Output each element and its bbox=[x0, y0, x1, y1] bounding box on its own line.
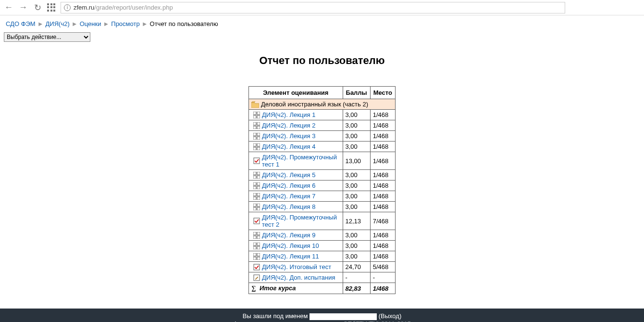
breadcrumb-link[interactable]: Просмотр bbox=[111, 20, 139, 27]
svg-rect-10 bbox=[253, 137, 256, 140]
svg-rect-12 bbox=[253, 143, 256, 146]
lesson-icon bbox=[253, 243, 260, 249]
grade-item-link[interactable]: ДИЯ(ч2). Итоговый тест bbox=[262, 263, 331, 270]
logout-wrap: (Выход) bbox=[379, 312, 402, 320]
score-cell: 13,00 bbox=[343, 152, 370, 170]
grade-item-link[interactable]: ДИЯ(ч2). Лекция 11 bbox=[262, 253, 319, 260]
table-row: ДИЯ(ч2). Лекция 93,001/468 bbox=[249, 230, 396, 241]
grade-report-table: Элемент оценивания Баллы Место Деловой и… bbox=[248, 86, 396, 294]
svg-rect-6 bbox=[253, 126, 256, 129]
table-row: ДИЯ(ч2). Лекция 113,001/468 bbox=[249, 251, 396, 262]
svg-rect-15 bbox=[257, 147, 260, 150]
grade-item-link[interactable]: ДИЯ(ч2). Промежуточный тест 1 bbox=[262, 154, 340, 168]
svg-rect-45 bbox=[257, 257, 260, 260]
logged-text: Вы зашли под именем bbox=[243, 312, 310, 320]
svg-rect-46 bbox=[254, 264, 260, 270]
grade-item-link[interactable]: ДИЯ(ч2). Доп. испытания bbox=[262, 274, 335, 281]
table-row: ДИЯ(ч2). Лекция 13,001/468 bbox=[249, 110, 396, 120]
place-cell: 1/468 bbox=[370, 170, 395, 180]
breadcrumb-link[interactable]: Оценки bbox=[80, 20, 101, 27]
svg-rect-0 bbox=[253, 112, 256, 115]
grade-item-link[interactable]: ДИЯ(ч2). Лекция 9 bbox=[262, 232, 315, 239]
score-cell: 3,00 bbox=[343, 230, 370, 241]
breadcrumb-sep: ► bbox=[37, 20, 44, 27]
score-cell: 3,00 bbox=[343, 110, 370, 120]
svg-rect-7 bbox=[257, 126, 260, 129]
breadcrumb-link[interactable]: ДИЯ(ч2) bbox=[46, 20, 70, 27]
svg-rect-39 bbox=[257, 243, 260, 245]
grade-item-link[interactable]: ДИЯ(ч2). Лекция 6 bbox=[262, 182, 315, 189]
svg-rect-4 bbox=[253, 122, 256, 125]
folder-row: Деловой иностранный язык (часть 2) bbox=[249, 99, 396, 110]
place-cell: 1/468 bbox=[370, 131, 395, 142]
lesson-icon bbox=[253, 143, 260, 150]
lesson-icon bbox=[253, 112, 260, 118]
logout-link[interactable]: Выход bbox=[381, 312, 399, 320]
svg-rect-27 bbox=[253, 197, 256, 200]
action-select[interactable]: Выбрать действие... bbox=[4, 32, 90, 42]
back-button[interactable]: ← bbox=[4, 3, 13, 13]
test-icon bbox=[253, 264, 260, 270]
breadcrumb-current: Отчет по пользователю bbox=[150, 20, 218, 27]
lesson-icon bbox=[253, 122, 260, 129]
header-score: Баллы bbox=[343, 87, 370, 99]
folder-label: Деловой иностранный язык (часть 2) bbox=[261, 101, 368, 108]
reload-button[interactable]: ↻ bbox=[33, 3, 42, 13]
place-cell: 1/468 bbox=[370, 230, 395, 241]
svg-rect-9 bbox=[257, 133, 260, 136]
table-row: ДИЯ(ч2). Лекция 73,001/468 bbox=[249, 191, 396, 202]
url-text: zfem.ru/grade/report/user/index.php bbox=[74, 4, 173, 11]
svg-rect-17 bbox=[253, 172, 256, 175]
table-row: ДИЯ(ч2). Лекция 83,001/468 bbox=[249, 202, 396, 212]
svg-rect-36 bbox=[253, 236, 256, 239]
svg-rect-13 bbox=[257, 143, 260, 146]
grade-item-link[interactable]: ДИЯ(ч2). Лекция 3 bbox=[262, 132, 315, 140]
score-cell: 3,00 bbox=[343, 170, 370, 180]
score-cell: 3,00 bbox=[343, 131, 370, 142]
place-cell: 1/468 bbox=[370, 191, 395, 202]
svg-rect-11 bbox=[257, 137, 260, 140]
total-label: Итог курса bbox=[260, 284, 296, 292]
grade-item-link[interactable]: ДИЯ(ч2). Лекция 7 bbox=[262, 193, 315, 200]
table-row: ДИЯ(ч2). Лекция 53,001/468 bbox=[249, 170, 396, 180]
svg-rect-8 bbox=[253, 133, 256, 136]
grade-item-link[interactable]: ДИЯ(ч2). Лекция 4 bbox=[262, 143, 315, 150]
lesson-icon bbox=[253, 172, 260, 179]
grade-item-link[interactable]: ДИЯ(ч2). Лекция 2 bbox=[262, 122, 315, 129]
svg-rect-26 bbox=[257, 193, 260, 196]
svg-rect-33 bbox=[254, 218, 260, 224]
svg-rect-22 bbox=[257, 182, 260, 185]
svg-rect-5 bbox=[257, 122, 260, 125]
grade-item-link[interactable]: ДИЯ(ч2). Лекция 8 bbox=[262, 203, 315, 210]
svg-rect-25 bbox=[253, 193, 256, 196]
score-cell: 3,00 bbox=[343, 180, 370, 191]
svg-rect-40 bbox=[253, 246, 256, 249]
breadcrumb-sep: ► bbox=[142, 20, 148, 27]
score-cell: 24,70 bbox=[343, 262, 370, 272]
svg-rect-29 bbox=[253, 204, 256, 206]
forward-button[interactable]: → bbox=[18, 3, 28, 13]
place-cell: 1/468 bbox=[370, 241, 395, 251]
grade-item-link[interactable]: ДИЯ(ч2). Лекция 5 bbox=[262, 171, 315, 179]
site-info-icon[interactable]: i bbox=[64, 4, 71, 11]
svg-rect-32 bbox=[257, 207, 260, 210]
folder-icon bbox=[251, 101, 259, 108]
breadcrumb-link[interactable]: СДО ФЭМ bbox=[6, 20, 36, 27]
score-cell: 3,00 bbox=[343, 120, 370, 131]
sigma-icon: ∑ bbox=[251, 284, 258, 292]
grade-item-link[interactable]: ДИЯ(ч2). Промежуточный тест 2 bbox=[262, 214, 340, 228]
apps-icon[interactable] bbox=[47, 3, 56, 12]
grade-item-link[interactable]: ДИЯ(ч2). Лекция 1 bbox=[262, 111, 315, 118]
place-cell: 1/468 bbox=[370, 142, 395, 152]
lesson-icon bbox=[253, 133, 260, 140]
org-text: СПбГТИ(ТУ) 2011-2015 bbox=[343, 320, 411, 322]
lesson-icon bbox=[253, 182, 260, 189]
action-select-wrap: Выбрать действие... bbox=[4, 32, 639, 42]
table-row: ДИЯ(ч2). Промежуточный тест 113,001/468 bbox=[249, 152, 396, 170]
svg-rect-28 bbox=[257, 197, 260, 200]
url-bar[interactable]: i zfem.ru/grade/report/user/index.php bbox=[61, 2, 565, 13]
table-row: ДИЯ(ч2). Промежуточный тест 212,137/468 bbox=[249, 212, 396, 230]
test-icon bbox=[253, 157, 260, 164]
table-row: ДИЯ(ч2). Лекция 23,001/468 bbox=[249, 120, 396, 131]
grade-item-link[interactable]: ДИЯ(ч2). Лекция 10 bbox=[262, 242, 319, 249]
